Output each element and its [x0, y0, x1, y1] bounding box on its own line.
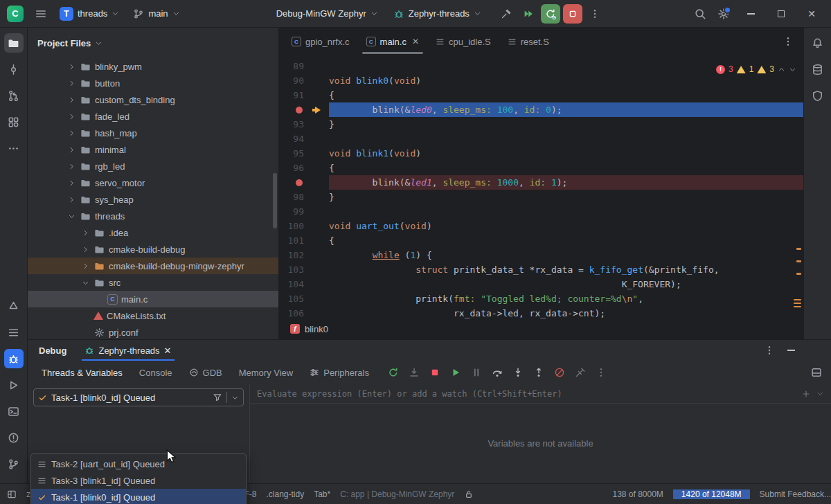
debug-tab-threads-variables[interactable]: Threads & Variables: [33, 361, 131, 384]
tree-item-button[interactable]: button: [28, 75, 278, 91]
tree-item-prj.conf[interactable]: prj.conf: [28, 324, 278, 339]
pull-requests-tool-button[interactable]: [4, 86, 24, 105]
chevron-right-icon[interactable]: [80, 228, 90, 237]
resume-button[interactable]: [447, 363, 465, 381]
thread-selector-combo[interactable]: Task-1 [blink0_id] Queued: [33, 388, 244, 406]
code-line-97[interactable]: blink(&led1, sleep_ms: 1000, id: 1);: [279, 175, 803, 190]
close-session-icon[interactable]: ✕: [164, 345, 172, 356]
tree-item-threads[interactable]: threads: [28, 208, 278, 224]
load-reset-button[interactable]: [405, 363, 423, 381]
run-all-button[interactable]: [519, 4, 538, 24]
tree-item-custom_dts_binding[interactable]: custom_dts_binding: [28, 91, 278, 108]
editor-tab-reset.S[interactable]: reset.S: [499, 28, 557, 55]
hide-panel-icon[interactable]: [787, 350, 795, 351]
chevron-right-icon[interactable]: [66, 145, 76, 154]
chevron-down-icon[interactable]: [66, 211, 76, 221]
terminal-tool-button[interactable]: [4, 402, 24, 421]
thread-item-task-3[interactable]: Task-3 [blink1_id] Queued: [31, 472, 246, 489]
close-tab-icon[interactable]: ✕: [412, 37, 419, 46]
debug-tab-peripherals[interactable]: Peripherals: [301, 361, 377, 384]
chevron-right-icon[interactable]: [80, 261, 90, 271]
tree-item-.idea[interactable]: .idea: [28, 224, 278, 241]
code-line-100[interactable]: 100void uart_out(void): [279, 219, 803, 233]
chevron-down-icon[interactable]: [816, 390, 824, 397]
close-button[interactable]: ✕: [798, 3, 825, 24]
chevron-right-icon[interactable]: [66, 62, 76, 71]
code-line-94[interactable]: 94: [279, 132, 803, 146]
debug-tab-console[interactable]: Console: [131, 361, 181, 384]
thread-item-task-2[interactable]: Task-2 [uart_out_id] Queued: [31, 456, 246, 472]
tree-item-blinky_pwm[interactable]: blinky_pwm: [28, 58, 278, 75]
notifications-button[interactable]: [808, 33, 828, 53]
chevron-right-icon[interactable]: [66, 128, 76, 138]
git-tool-button[interactable]: [4, 454, 24, 474]
code-line-103[interactable]: 103 struct printk_data_t *rx_data = k_fi…: [279, 262, 803, 277]
workspace-icon[interactable]: [7, 489, 17, 499]
more-run-actions-button[interactable]: [585, 4, 605, 24]
code-line-105[interactable]: 105 printk(fmt: "Toggled led%d; counter=…: [279, 291, 803, 306]
structure-tool-button[interactable]: [4, 112, 24, 132]
breakpoint-gutter[interactable]: [279, 175, 312, 190]
target-selector[interactable]: Debug-MinGW Zephyr: [271, 3, 384, 24]
tree-item-servo_motor[interactable]: servo_motor: [28, 174, 278, 191]
submit-feedback-link[interactable]: Submit Feedback...: [760, 489, 831, 499]
scrollbar-mark[interactable]: [794, 306, 801, 307]
editor-tab-main.c[interactable]: Cmain.c✕: [358, 28, 427, 55]
code-line-98[interactable]: 98}: [279, 190, 803, 204]
code-line-93[interactable]: 93}: [279, 117, 803, 132]
step-over-button[interactable]: [488, 363, 506, 381]
run-config-selector[interactable]: Zephyr-threads: [388, 3, 487, 24]
chevron-right-icon[interactable]: [80, 244, 90, 254]
layout-settings-button[interactable]: [807, 363, 825, 381]
tree-item-cmake-build-debug-mingw-zephyr[interactable]: cmake-build-debug-mingw-zephyr: [28, 258, 278, 274]
code-line-102[interactable]: 102 while (1) {: [279, 248, 803, 262]
chevron-right-icon[interactable]: [66, 161, 76, 171]
run-tool-button[interactable]: [4, 375, 24, 395]
settings-button[interactable]: [713, 3, 734, 24]
tree-item-cmake-build-debug[interactable]: cmake-build-debug: [28, 241, 278, 258]
clear-button[interactable]: [571, 363, 589, 381]
search-everywhere-button[interactable]: [690, 3, 711, 24]
code-line-92[interactable]: blink(&led0, sleep_ms: 100, id: 0);: [279, 102, 803, 117]
tree-item-main.c[interactable]: Cmain.c: [28, 291, 278, 307]
scrollbar-mark[interactable]: [796, 248, 801, 250]
tree-item-fade_led[interactable]: fade_led: [28, 108, 278, 125]
scrollbar-mark[interactable]: [796, 260, 801, 262]
rerun-debug-button[interactable]: G: [541, 4, 560, 24]
pause-button[interactable]: [467, 363, 485, 381]
next-problem-icon[interactable]: [789, 66, 796, 73]
indent-setting[interactable]: Tab*: [314, 489, 330, 499]
maximize-button[interactable]: [767, 3, 795, 24]
add-watch-icon[interactable]: [801, 389, 811, 399]
code-line-106[interactable]: 106 rx_data->led, rx_data->cnt);: [279, 306, 803, 318]
chevron-right-icon[interactable]: [66, 195, 76, 204]
thread-item-task-1[interactable]: Task-1 [blink0_id] Queued: [31, 489, 246, 504]
inspection-profile[interactable]: .clang-tidy: [266, 489, 304, 499]
chevron-right-icon[interactable]: [66, 111, 76, 121]
problems-tool-button[interactable]: [4, 428, 24, 447]
tree-item-hash_map[interactable]: hash_map: [28, 125, 278, 141]
chevron-right-icon[interactable]: [66, 95, 76, 105]
debug-tab-memory-view[interactable]: Memory View: [231, 361, 302, 384]
project-scrollbar-thumb[interactable]: [273, 173, 277, 228]
code-line-104[interactable]: 104 K_FOREVER);: [279, 277, 803, 291]
stop-session-button[interactable]: [426, 363, 444, 381]
todo-tool-button[interactable]: [4, 323, 24, 342]
filter-icon[interactable]: [213, 393, 222, 402]
inspections-tool-button[interactable]: [808, 86, 828, 105]
code-line-91[interactable]: 91{: [279, 88, 803, 102]
project-tool-button[interactable]: [4, 33, 24, 53]
breakpoint-icon[interactable]: [296, 107, 303, 114]
scrollbar-mark[interactable]: [794, 299, 801, 300]
tree-item-CMakeLists.txt[interactable]: CMakeLists.txt: [28, 307, 278, 324]
project-widget[interactable]: T threads: [54, 3, 125, 24]
debug-tab-gdb[interactable]: GDB: [181, 361, 231, 384]
editor-tab-gpio_nrfx.c[interactable]: Cgpio_nrfx.c: [283, 28, 358, 55]
stop-button[interactable]: [563, 4, 582, 24]
code-area[interactable]: ! 3 1 3: [279, 55, 803, 318]
scrollbar-mark[interactable]: [796, 273, 801, 275]
more-options-icon[interactable]: [764, 345, 775, 356]
debug-tool-button[interactable]: [4, 349, 24, 368]
project-panel-header[interactable]: Project Files: [28, 28, 278, 58]
more-debug-actions-button[interactable]: [592, 363, 610, 381]
